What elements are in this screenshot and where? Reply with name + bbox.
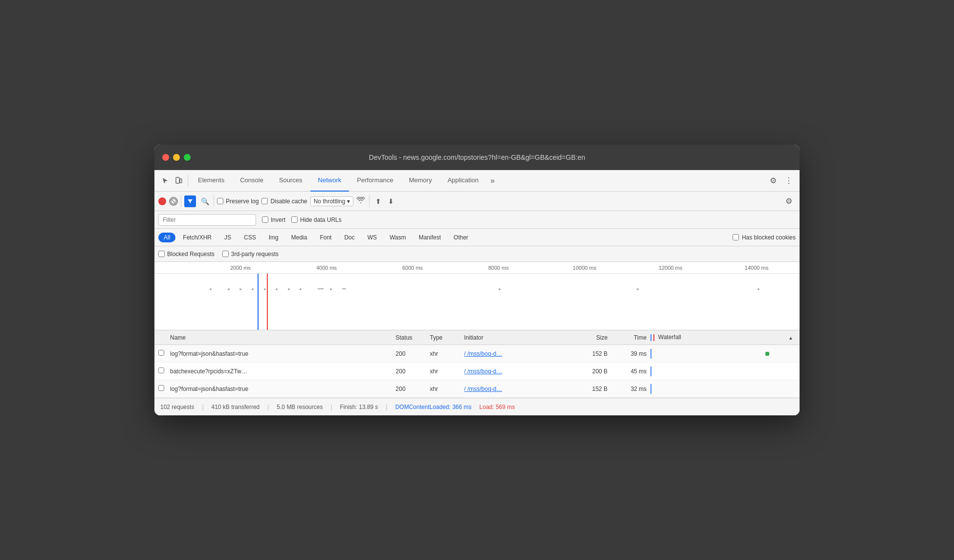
type-filter-doc[interactable]: Doc [339, 233, 360, 242]
close-button[interactable] [162, 154, 169, 161]
network-toolbar: 🔍 Preserve log Disable cache No throttli… [154, 192, 800, 211]
tab-console[interactable]: Console [232, 170, 271, 192]
header-size[interactable]: Size [572, 334, 611, 341]
devtools-window: DevTools - news.google.com/topstories?hl… [154, 145, 800, 415]
blocked-requests-checkbox[interactable]: Blocked Requests [158, 251, 215, 258]
svg-rect-1 [180, 179, 182, 183]
toolbar-divider-1 [188, 175, 188, 187]
toolbar-right: ⚙ ⋮ [766, 174, 796, 188]
header-initiator[interactable]: Initiator [464, 334, 573, 341]
row-3-initiator[interactable]: / /mss/boq-d… [464, 386, 573, 392]
row-1-name[interactable]: log?format=json&hasfast=true [170, 350, 396, 357]
preserve-log-checkbox[interactable]: Preserve log [217, 198, 259, 205]
hide-data-urls-checkbox[interactable]: Hide data URLs [291, 216, 342, 223]
record-button[interactable] [158, 197, 166, 205]
type-filter-fetch-xhr[interactable]: Fetch/XHR [177, 233, 217, 242]
svg-line-3 [172, 199, 175, 203]
clear-button[interactable] [169, 197, 178, 206]
ruler-mark-3: 8000 ms [455, 265, 542, 271]
type-filter-media[interactable]: Media [286, 233, 313, 242]
table-row[interactable]: log?format=json&hasfast=true 200 xhr / /… [154, 345, 800, 363]
tab-performance[interactable]: Performance [349, 170, 401, 192]
invert-checkbox[interactable]: Invert [262, 216, 285, 223]
finish-time: Finish: 13.89 s [340, 404, 378, 410]
filter-icon[interactable] [184, 195, 196, 207]
settings-icon[interactable]: ⚙ [766, 174, 780, 188]
row-2-time: 45 ms [611, 368, 650, 375]
row-3-status: 200 [396, 386, 430, 392]
search-button[interactable]: 🔍 [199, 195, 211, 207]
type-filter-font[interactable]: Font [314, 233, 337, 242]
minimize-button[interactable] [173, 154, 180, 161]
row-2-checkbox[interactable] [158, 367, 170, 375]
type-filter-all[interactable]: All [158, 233, 175, 242]
dom-loaded-indicator [650, 334, 651, 341]
table-row[interactable]: log?format=json&hasfast=true 200 xhr / /… [154, 380, 800, 398]
header-type[interactable]: Type [430, 334, 464, 341]
network-conditions-icon[interactable] [356, 197, 365, 205]
disable-cache-checkbox[interactable]: Disable cache [261, 198, 307, 205]
network-settings-icon[interactable]: ⚙ [782, 194, 796, 208]
type-filter-bar: All Fetch/XHR JS CSS Img Media Font Doc [154, 229, 800, 246]
row-3-type: xhr [430, 386, 464, 392]
upload-icon[interactable]: ⬆ [373, 196, 383, 206]
filter-input[interactable] [158, 214, 256, 226]
window-title: DevTools - news.google.com/topstories?hl… [369, 153, 585, 161]
row-1-initiator[interactable]: / /mss/boq-d… [464, 350, 573, 357]
header-time[interactable]: Time [611, 334, 650, 341]
ruler-mark-4: 10000 ms [542, 265, 628, 271]
ruler-mark-5: 12000 ms [628, 265, 714, 271]
row-3-time: 32 ms [611, 386, 650, 392]
tab-bar: Elements Console Sources Network Perform… [154, 170, 800, 192]
timeline-section: 2000 ms 4000 ms 6000 ms 8000 ms 10000 ms… [154, 262, 800, 330]
tab-application[interactable]: Application [440, 170, 487, 192]
type-filter-css[interactable]: CSS [238, 233, 261, 242]
type-filter-img[interactable]: Img [263, 233, 284, 242]
device-toggle-button[interactable] [172, 174, 186, 188]
row-3-name[interactable]: log?format=json&hasfast=true [170, 386, 396, 392]
maximize-button[interactable] [184, 154, 191, 161]
transferred-size: 410 kB transferred [212, 404, 260, 410]
tab-navigation: Elements Console Sources Network Perform… [190, 170, 766, 192]
toolbar-sep-2 [214, 195, 214, 207]
dom-content-loaded-time: DOMContentLoaded: 366 ms [395, 404, 472, 410]
extra-filter-bar: Blocked Requests 3rd-party requests [154, 246, 800, 262]
has-blocked-cookies-checkbox[interactable] [733, 234, 739, 240]
row-2-initiator[interactable]: / /mss/boq-d… [464, 368, 573, 375]
timeline-ruler: 2000 ms 4000 ms 6000 ms 8000 ms 10000 ms… [154, 262, 800, 274]
type-filter-js[interactable]: JS [219, 233, 237, 242]
titlebar: DevTools - news.google.com/topstories?hl… [154, 145, 800, 170]
throttle-dropdown[interactable]: No throttling ▾ [310, 196, 354, 206]
more-tabs-button[interactable]: » [486, 170, 499, 192]
row-2-name[interactable]: batchexecute?rpcids=xZTw… [170, 368, 396, 375]
more-options-icon[interactable]: ⋮ [782, 174, 796, 188]
row-3-checkbox[interactable] [158, 385, 170, 392]
row-1-time: 39 ms [611, 350, 650, 357]
third-party-checkbox[interactable]: 3rd-party requests [222, 251, 279, 258]
row-3-waterfall [650, 384, 786, 394]
sort-direction[interactable]: ▲ [786, 334, 796, 341]
type-filter-other[interactable]: Other [448, 233, 474, 242]
dom-content-loaded-line [258, 274, 259, 330]
timeline-chart[interactable] [197, 274, 800, 330]
header-status[interactable]: Status [396, 334, 430, 341]
tab-sources[interactable]: Sources [271, 170, 310, 192]
filter-options: Invert Hide data URLs [262, 216, 342, 223]
tab-elements[interactable]: Elements [190, 170, 232, 192]
tab-memory[interactable]: Memory [401, 170, 440, 192]
download-icon[interactable]: ⬇ [386, 196, 396, 206]
type-filter-manifest[interactable]: Manifest [413, 233, 446, 242]
header-name[interactable]: Name [170, 334, 396, 341]
row-3-size: 152 B [572, 386, 611, 392]
ruler-mark-1: 4000 ms [283, 265, 369, 271]
table-header: Name Status Type Initiator Size Time Wat… [154, 330, 800, 345]
row-1-checkbox[interactable] [158, 350, 170, 357]
tab-network[interactable]: Network [310, 170, 349, 192]
load-line [267, 274, 268, 330]
type-filter-wasm[interactable]: Wasm [384, 233, 412, 242]
table-row[interactable]: batchexecute?rpcids=xZTw… 200 xhr / /mss… [154, 363, 800, 380]
type-filter-ws[interactable]: WS [362, 233, 382, 242]
resources-size: 5.0 MB resources [277, 404, 323, 410]
inspect-element-button[interactable] [158, 174, 172, 188]
ruler-mark-0: 2000 ms [197, 265, 283, 271]
